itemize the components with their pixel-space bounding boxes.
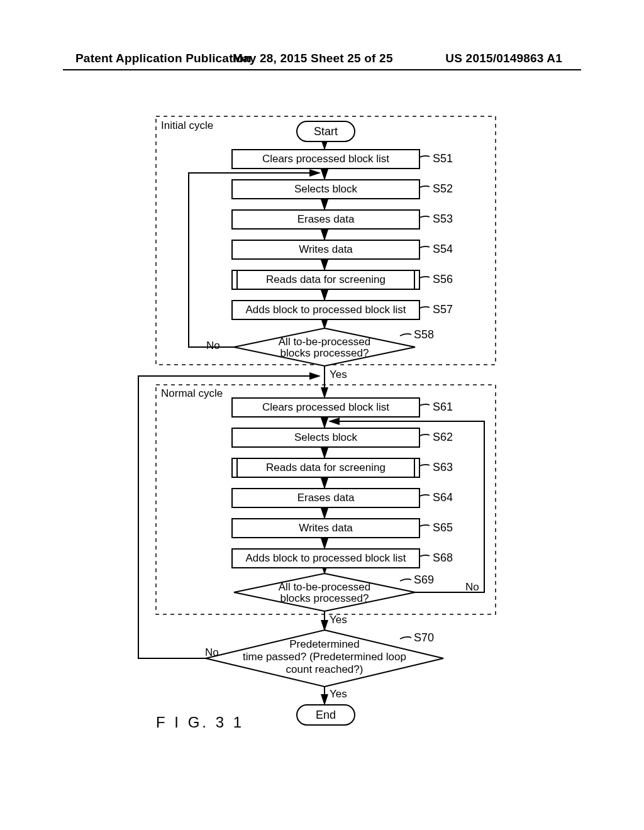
s70-line2: time passed? (Predetermined loop xyxy=(243,651,406,663)
label-s69: S69 xyxy=(414,573,434,587)
s65-process: Writes data xyxy=(231,518,420,538)
page: Patent Application Publication May 28, 2… xyxy=(0,0,644,830)
initial-cycle-label: Initial cycle xyxy=(161,119,213,132)
label-s70: S70 xyxy=(414,631,434,645)
s70-line3: count reached?) xyxy=(286,663,364,675)
label-s62: S62 xyxy=(433,431,453,444)
s54-process: Writes data xyxy=(231,240,420,260)
normal-cycle-label: Normal cycle xyxy=(161,387,223,400)
label-s56: S56 xyxy=(433,273,453,286)
s64-process: Erases data xyxy=(231,488,420,508)
s69-line2: blocks processed? xyxy=(280,592,369,604)
s58-yes: Yes xyxy=(330,368,347,381)
s58-line1: All to-be-processed xyxy=(279,336,370,348)
s68-process: Adds block to processed block list xyxy=(231,548,420,568)
s52-process: Selects block xyxy=(231,179,420,199)
s57-process: Adds block to processed block list xyxy=(231,300,420,320)
start-terminal: Start xyxy=(296,121,355,142)
label-s63: S63 xyxy=(433,461,453,474)
s58-no: No xyxy=(206,340,220,352)
s70-line1: Predetermined xyxy=(289,638,360,650)
s69-line1: All to-be-processed xyxy=(279,581,370,593)
label-s61: S61 xyxy=(433,401,453,414)
s62-process: Selects block xyxy=(231,428,420,448)
label-s53: S53 xyxy=(433,213,453,226)
s70-yes: Yes xyxy=(330,688,347,700)
label-s52: S52 xyxy=(433,182,453,196)
s70-no: No xyxy=(205,646,219,659)
label-s51: S51 xyxy=(433,152,453,165)
s53-process: Erases data xyxy=(231,209,420,230)
s63-process: Reads data for screening xyxy=(231,458,420,478)
label-s65: S65 xyxy=(433,521,453,534)
end-terminal: End xyxy=(296,704,355,726)
s61-process: Clears processed block list xyxy=(231,397,420,418)
s56-process: Reads data for screening xyxy=(231,270,420,290)
s51-process: Clears processed block list xyxy=(231,149,420,169)
s69-yes: Yes xyxy=(330,614,347,626)
s58-line2: blocks processed? xyxy=(280,347,369,359)
s69-no: No xyxy=(465,581,479,594)
label-s64: S64 xyxy=(433,491,453,504)
figure-label: F I G. 3 1 xyxy=(156,714,244,731)
label-s58: S58 xyxy=(414,328,434,341)
label-s54: S54 xyxy=(433,243,453,256)
label-s57: S57 xyxy=(433,303,453,316)
label-s68: S68 xyxy=(433,551,453,565)
